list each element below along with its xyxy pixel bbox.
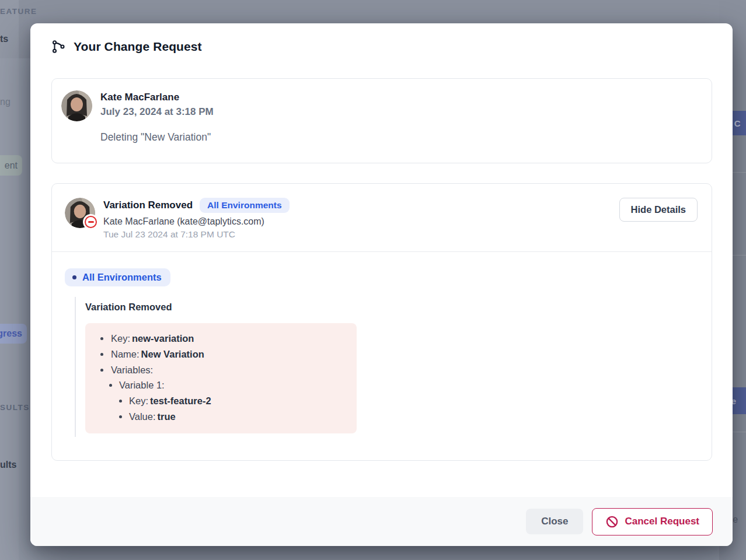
environment-badge: All Environments (200, 198, 289, 213)
background-badge-text: ent (5, 160, 18, 171)
change-card-body: All Environments Variation Removed Key:n… (52, 252, 712, 460)
cancel-request-label: Cancel Request (625, 516, 699, 527)
request-card-texts: Kate MacFarlane July 23, 2024 at 3:18 PM… (100, 90, 214, 144)
prohibition-icon (605, 515, 619, 528)
change-title-row: Variation Removed All Environments (103, 198, 619, 213)
removed-diff-box: Key:new-variationName:New VariationVaria… (85, 323, 357, 433)
removed-status-icon (83, 214, 99, 230)
background-label-fragment: ng (0, 97, 11, 107)
background-section-heading-fragment: SULTS (0, 403, 30, 412)
environment-change-section: Variation Removed Key:new-variationName:… (75, 297, 698, 437)
change-author: Kate MacFarlane (kate@taplytics.com) (103, 216, 619, 227)
request-timestamp: July 23, 2024 at 3:18 PM (100, 105, 214, 120)
modal-header: Your Change Request (30, 23, 733, 54)
change-header-texts: Variation Removed All Environments Kate … (103, 198, 619, 240)
background-tab-fragment: ults (0, 460, 16, 470)
change-detail-item: Variable 1: (85, 377, 345, 393)
background-status-text: gress (0, 328, 22, 339)
change-section-title: Variation Removed (85, 302, 698, 313)
request-message: Deleting "New Variation" (100, 131, 214, 144)
change-detail-item: Value:true (85, 409, 345, 425)
change-detail-item: Variables: (85, 362, 345, 378)
environment-pill: All Environments (65, 268, 170, 286)
change-detail-card: Variation Removed All Environments Kate … (51, 183, 712, 461)
branch-icon (51, 40, 65, 54)
cancel-request-button[interactable]: Cancel Request (592, 508, 713, 536)
change-detail-item: Key:new-variation (85, 331, 345, 346)
close-button[interactable]: Close (526, 509, 583, 534)
change-title: Variation Removed (103, 200, 193, 211)
environment-dot-icon (72, 275, 76, 279)
request-summary-card: Kate MacFarlane July 23, 2024 at 3:18 PM… (51, 78, 712, 163)
modal-footer: Close Cancel Request (30, 497, 733, 546)
change-detail-item: Key:test-feature-2 (85, 393, 345, 409)
request-author-name: Kate MacFarlane (100, 90, 214, 105)
change-timestamp: Tue Jul 23 2024 at 7:18 PM UTC (103, 229, 619, 240)
background-tab-fragment: ts (0, 34, 8, 44)
background-left-strip (0, 0, 19, 560)
background-heading-fragment: EATURE (0, 7, 37, 16)
environment-pill-label: All Environments (82, 272, 162, 283)
modal-title: Your Change Request (74, 40, 202, 54)
author-avatar (61, 90, 92, 121)
change-card-header: Variation Removed All Environments Kate … (52, 184, 712, 252)
change-request-modal: Your Change Request Kate MacFarlane July… (30, 23, 733, 546)
background-badge-fragment: ent (0, 155, 22, 176)
change-details-list: Key:new-variationName:New VariationVaria… (85, 331, 345, 425)
background-status-badge-fragment: gress (0, 324, 27, 344)
change-author-avatar-wrap (65, 198, 95, 228)
modal-body: Kate MacFarlane July 23, 2024 at 3:18 PM… (30, 54, 733, 497)
hide-details-button[interactable]: Hide Details (619, 198, 698, 222)
change-detail-item: Name:New Variation (85, 346, 345, 362)
